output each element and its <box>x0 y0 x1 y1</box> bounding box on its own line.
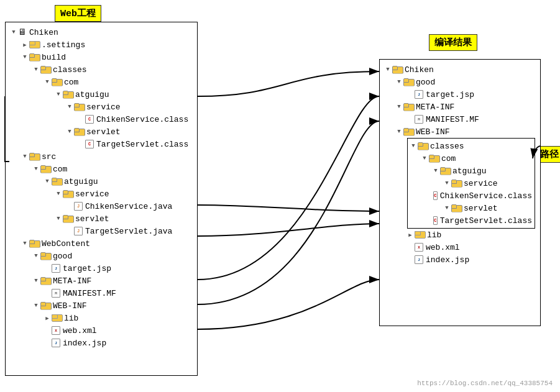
tree-node-indexjsp-right[interactable]: J index.jsp <box>407 253 535 266</box>
node-label: TargetServlet.class <box>96 140 188 149</box>
node-label: servlet <box>86 127 121 137</box>
tree-node-good-right[interactable]: ▼ good <box>385 76 535 88</box>
node-label: index.jsp <box>426 255 469 265</box>
tree-node-webxml-left[interactable]: X web.xml <box>11 324 192 337</box>
tree-node-metainf-left[interactable]: ▼ META-INF <box>11 275 192 287</box>
node-label: atguigu <box>64 177 98 186</box>
node-label: servlet <box>464 204 498 213</box>
node-label: WEB-INF <box>53 301 87 311</box>
tree-node-atguigu-right[interactable]: ▼ atguigu <box>410 165 532 177</box>
tree-node-servlet-right[interactable]: ▼ servlet <box>410 202 532 214</box>
tree-node-servlet-src[interactable]: ▼ servlet <box>11 212 192 225</box>
node-label: Chiken <box>29 28 58 37</box>
tree-node-chikenservice-java[interactable]: J ChikenService.java <box>11 200 192 212</box>
tree-node-webcontent[interactable]: ▼ WebContent <box>11 237 192 250</box>
node-label: web.xml <box>426 243 460 252</box>
tree-node-chikenservice-class-right[interactable]: C ChikenService.class <box>410 189 532 202</box>
tree-node-targetservlet-class-right[interactable]: C TargetServlet.class <box>410 214 532 227</box>
node-label: build <box>42 53 66 62</box>
tree-node-chiken-right[interactable]: ▼ Chiken <box>385 63 535 76</box>
node-label: Chiken <box>405 65 434 75</box>
tree-node-webinf-right[interactable]: ▼ WEB-INF <box>385 125 535 138</box>
node-label: good <box>416 78 435 87</box>
tree-node-service-build[interactable]: ▼ service <box>11 101 192 113</box>
tree-node-manifest-right[interactable]: M MANIFEST.MF <box>385 113 535 125</box>
tree-node-targetservlet-class[interactable]: C TargetServlet.class <box>11 138 192 150</box>
tree-node-webxml-right[interactable]: X web.xml <box>407 241 535 253</box>
tree-node-targetservlet-java[interactable]: J TargetServlet.java <box>11 225 192 237</box>
tree-node-lib-right[interactable]: ▶ lib <box>407 229 535 241</box>
node-label: WEB-INF <box>416 127 450 137</box>
node-label: good <box>53 252 72 261</box>
tree-node-atguigu[interactable]: ▼ atguigu <box>11 88 192 101</box>
node-label: src <box>42 152 56 162</box>
tree-node-chikenservice-class[interactable]: C ChikenService.class <box>11 113 192 125</box>
node-label: TargetServlet.class <box>440 216 532 226</box>
tree-node-target-jsp-left[interactable]: J target.jsp <box>11 262 192 275</box>
node-label: atguigu <box>452 166 487 176</box>
tree-node-good-left[interactable]: ▼ good <box>11 250 192 262</box>
tree-node-classes[interactable]: ▼ classes <box>11 63 192 76</box>
node-label: com <box>441 154 456 163</box>
tree-node-build[interactable]: ▼ build <box>11 51 192 63</box>
node-label: lib <box>64 314 78 323</box>
node-label: ChikenService.class <box>440 191 532 201</box>
tree-node-com[interactable]: ▼ com <box>11 76 192 88</box>
tree-node-target-jsp-right[interactable]: J target.jsp <box>385 88 535 101</box>
right-tree-panel: ▼ Chiken ▼ good J target.jsp ▼ META-INF … <box>379 59 541 326</box>
left-tree-panel: ▼ 🖥 Chiken ▶ .settings ▼ build ▼ classes… <box>5 22 198 376</box>
node-label: com <box>53 165 67 174</box>
node-label: com <box>64 78 78 87</box>
node-label: TargetServlet.java <box>85 227 172 236</box>
tree-node-src[interactable]: ▼ src <box>11 150 192 163</box>
tree-node-classes-right[interactable]: ▼ classes <box>410 140 532 152</box>
node-label: target.jsp <box>426 90 474 99</box>
node-label: servlet <box>75 214 109 224</box>
tree-node-com-right[interactable]: ▼ com <box>410 152 532 165</box>
node-label: index.jsp <box>63 339 106 348</box>
tree-node-service-right[interactable]: ▼ service <box>410 177 532 189</box>
web-project-label: Web工程 <box>55 5 101 22</box>
node-label: WebContent <box>42 239 90 248</box>
node-label: classes <box>53 65 87 75</box>
tree-node-webinf-left[interactable]: ▼ WEB-INF <box>11 299 192 312</box>
node-label: web.xml <box>63 326 97 335</box>
node-label: ChikenService.class <box>96 115 188 124</box>
tree-node-com-src[interactable]: ▼ com <box>11 163 192 175</box>
tree-node-atguigu-src[interactable]: ▼ atguigu <box>11 175 192 188</box>
compile-result-label: 编译结果 <box>429 34 477 51</box>
tree-node-lib-left[interactable]: ▶ lib <box>11 312 192 324</box>
tree-node-metainf-right[interactable]: ▼ META-INF <box>385 101 535 113</box>
tree-node-manifest-left[interactable]: M MANIFEST.MF <box>11 287 192 299</box>
node-label: target.jsp <box>63 264 111 273</box>
tree-node-servlet-build[interactable]: ▼ servlet <box>11 125 192 138</box>
node-label: .settings <box>42 40 85 50</box>
node-label: service <box>464 179 498 188</box>
node-label: MANIFEST.MF <box>426 115 479 124</box>
node-label: MANIFEST.MF <box>63 289 116 298</box>
node-label: META-INF <box>416 103 454 112</box>
node-label: service <box>75 189 109 199</box>
tree-node-service-src[interactable]: ▼ service <box>11 188 192 200</box>
node-label: META-INF <box>53 276 91 286</box>
node-label: ChikenService.java <box>85 202 172 211</box>
tree-node-chiken[interactable]: ▼ 🖥 Chiken <box>11 26 192 39</box>
tree-node-indexjsp-left[interactable]: J index.jsp <box>11 337 192 349</box>
tree-node-settings[interactable]: ▶ .settings <box>11 39 192 51</box>
node-label: atguigu <box>75 90 109 99</box>
classes-box-right: ▼ classes ▼ com ▼ atguigu ▼ service C <box>407 138 535 229</box>
watermark: https://blog.csdn.net/qq_43385754 <box>417 380 553 387</box>
node-label: lib <box>427 230 441 240</box>
node-label: classes <box>430 142 464 151</box>
node-label: service <box>86 103 121 112</box>
